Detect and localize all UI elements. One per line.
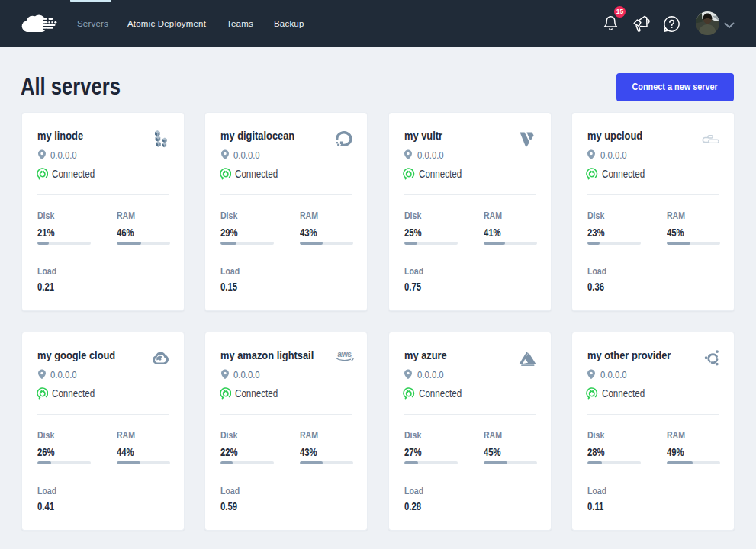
svg-text:aws: aws (338, 349, 352, 358)
